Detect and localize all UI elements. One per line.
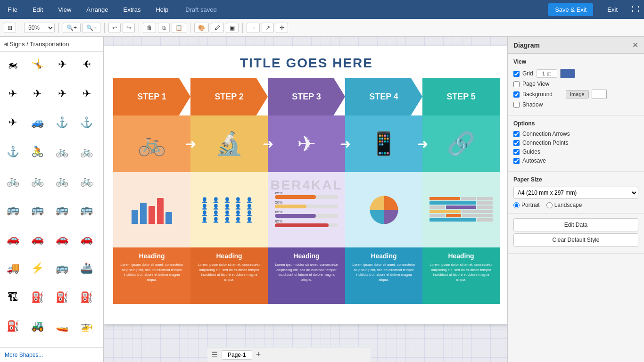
page-view-checkbox[interactable]	[513, 81, 520, 87]
progress-fill-2	[275, 205, 306, 208]
exit-button[interactable]: Exit	[603, 3, 622, 16]
page-tab[interactable]: Page-1	[222, 350, 252, 360]
shape-car-1[interactable]: 🚗	[3, 229, 23, 249]
shape-plane-7[interactable]: ✈	[3, 113, 23, 132]
copy-btn[interactable]: ⧉	[158, 23, 170, 33]
shape-bus-1[interactable]: 🚌	[3, 200, 23, 220]
undo-btn[interactable]: ↩	[108, 23, 121, 33]
shape-gas-3[interactable]: ⛽	[77, 288, 97, 307]
toggle-panel-btn[interactable]: ⊞	[4, 23, 16, 33]
landscape-radio[interactable]	[546, 202, 553, 208]
insert-btn[interactable]: ✛	[276, 23, 288, 33]
person-icon-red: 👤	[224, 210, 235, 216]
shape-bus-4[interactable]: 🚌	[77, 200, 97, 220]
zoom-in-btn[interactable]: 🔍+	[63, 23, 81, 33]
menu-view[interactable]: View	[55, 4, 74, 15]
page-menu-btn[interactable]: ☰	[211, 350, 218, 359]
shape-gas-4[interactable]: ⛽	[3, 316, 23, 336]
shape-fork[interactable]: ⚡	[27, 258, 47, 278]
background-image-btn[interactable]: Image	[566, 90, 589, 99]
line-color-btn[interactable]: 🖊	[211, 23, 224, 33]
portrait-option[interactable]: Portrait	[513, 202, 540, 208]
shape-bus-2[interactable]: 🚌	[27, 200, 47, 220]
step-3-icon-area: ✈ ➜	[268, 115, 345, 172]
close-panel-btn[interactable]: ✕	[632, 41, 638, 49]
step-2-text: Heading Lorem ipsum dolor sit amet, cons…	[190, 247, 268, 304]
shape-tractor[interactable]: 🚜	[27, 316, 47, 336]
shape-boat[interactable]: 🚤	[52, 316, 72, 336]
shape-plane-4[interactable]: ✈	[27, 84, 47, 104]
menu-help[interactable]: Help	[153, 4, 171, 15]
paper-size-select[interactable]: A4 (210 mm x 297 mm) A3 (297 mm x 420 mm…	[513, 187, 638, 199]
grid-checkbox[interactable]	[513, 71, 520, 77]
zoom-select[interactable]: 25% 50% 75% 100%	[24, 23, 55, 33]
person-icon: 👤	[235, 204, 246, 210]
shape-cyclist[interactable]: 🚴	[27, 142, 47, 162]
conn-arrows-checkbox[interactable]	[513, 131, 520, 137]
panel-category-header[interactable]: ◀ Signs / Transportation	[0, 37, 103, 52]
menu-edit[interactable]: Edit	[30, 4, 46, 15]
more-shapes-link[interactable]: More Shapes...	[0, 347, 103, 362]
waypoint-btn[interactable]: ↗	[262, 23, 274, 33]
shape-transit[interactable]: 🚌	[52, 258, 72, 278]
shape-anchor-3[interactable]: ⚓	[3, 142, 23, 162]
shape-car-4[interactable]: 🚗	[77, 229, 97, 249]
shape-gas-2[interactable]: ⛽	[52, 288, 72, 307]
shape-bicycle-1[interactable]: 🚲	[52, 142, 72, 162]
shape-bicycle-5[interactable]: 🚲	[52, 171, 72, 191]
shape-anchor-1[interactable]: ⚓	[52, 113, 72, 132]
save-exit-button[interactable]: Save & Exit	[548, 3, 593, 16]
landscape-option[interactable]: Landscape	[546, 202, 582, 208]
shape-plane-2[interactable]: ✈	[77, 55, 97, 74]
shape-plane-6[interactable]: ✈	[77, 84, 97, 104]
guides-checkbox[interactable]	[513, 149, 520, 155]
shape-jeep[interactable]: 🚙	[27, 113, 47, 132]
fullscreen-button[interactable]: ⛶	[632, 5, 639, 14]
step-1-body: Lorem ipsum dolor sit amet, consectetur …	[119, 263, 185, 282]
shape-plane-1[interactable]: ✈	[52, 55, 72, 74]
delete-btn[interactable]: 🗑	[143, 23, 156, 33]
shape-plane-5[interactable]: ✈	[52, 84, 72, 104]
redo-btn[interactable]: ↪	[123, 23, 135, 33]
shape-bicycle-4[interactable]: 🚲	[27, 171, 47, 191]
canvas-area[interactable]: TITLE GOES HERE BER4KAL STEP 1 🚲 ➜	[104, 37, 507, 362]
shape-helicopter[interactable]: 🚁	[77, 316, 97, 336]
shape-plane-3[interactable]: ✈	[3, 84, 23, 104]
paste-btn[interactable]: 📋	[172, 23, 186, 33]
add-page-btn[interactable]: +	[256, 350, 261, 360]
step-5-header: STEP 5	[422, 78, 500, 115]
clear-default-style-btn[interactable]: Clear Default Style	[513, 233, 638, 247]
conn-points-checkbox[interactable]	[513, 140, 520, 146]
progress-row-3: 65%	[275, 210, 338, 218]
grid-pt-input[interactable]	[536, 69, 557, 78]
shape-crane[interactable]: 🏗	[3, 288, 23, 307]
shape-car-2[interactable]: 🚗	[27, 229, 47, 249]
zoom-out-btn[interactable]: 🔍−	[83, 23, 100, 33]
step-5-data	[422, 172, 500, 247]
shape-gas-1[interactable]: ⛽	[27, 288, 47, 307]
shape-bicycle-3[interactable]: 🚲	[3, 171, 23, 191]
menu-extras[interactable]: Extras	[121, 4, 144, 15]
step-4-icon-area: 📱 ➜	[345, 115, 422, 172]
fill-color-btn[interactable]: 🎨	[194, 23, 209, 33]
shadow-btn[interactable]: ▣	[226, 23, 239, 33]
edit-data-btn[interactable]: Edit Data	[513, 218, 638, 231]
shape-runner[interactable]: 🤸	[27, 55, 47, 74]
background-color-box[interactable]	[592, 90, 607, 99]
shape-bicycle-6[interactable]: 🚲	[77, 171, 97, 191]
shape-ship[interactable]: 🚢	[77, 258, 97, 278]
shape-anchor-2[interactable]: ⚓	[77, 113, 97, 132]
shape-motorcycle[interactable]: 🏍	[3, 55, 23, 74]
background-checkbox[interactable]	[513, 91, 520, 98]
connector-btn[interactable]: →	[247, 23, 260, 33]
shape-bus-3[interactable]: 🚌	[52, 200, 72, 220]
grid-color-box[interactable]	[560, 69, 575, 78]
menu-file[interactable]: File	[5, 4, 20, 15]
shadow-checkbox[interactable]	[513, 102, 520, 108]
shape-bicycle-2[interactable]: 🚲	[77, 142, 97, 162]
shape-truck[interactable]: 🚚	[3, 258, 23, 278]
shape-car-3[interactable]: 🚗	[52, 229, 72, 249]
menu-arrange[interactable]: Arrange	[83, 4, 111, 15]
portrait-radio[interactable]	[513, 202, 520, 208]
autosave-checkbox[interactable]	[513, 158, 520, 164]
